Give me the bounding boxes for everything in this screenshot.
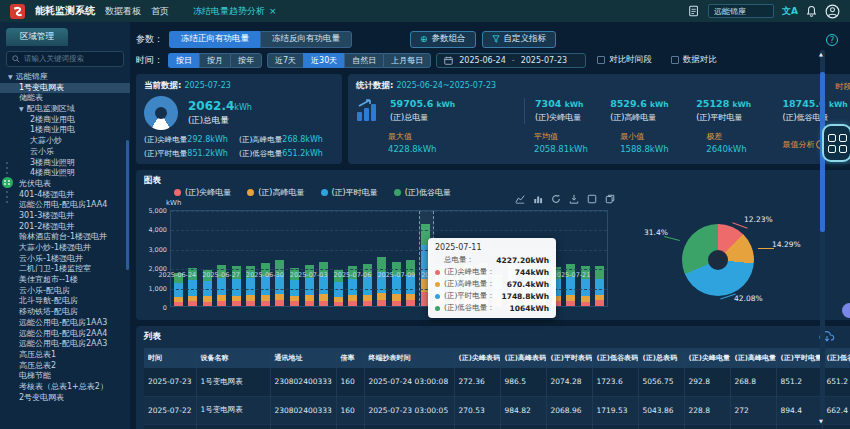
tree-item[interactable]: 大蒜小炒 <box>0 136 130 147</box>
tree-item[interactable]: 远能公用电-配电房2AA3 <box>0 339 130 350</box>
refresh-icon[interactable] <box>551 194 561 204</box>
scroll-up-icon[interactable]: ▲ <box>819 51 823 57</box>
bar-chart-icon[interactable] <box>533 194 543 204</box>
donut-chart[interactable] <box>682 224 754 296</box>
user-avatar-icon[interactable] <box>825 4 840 19</box>
bar-2025-07-22[interactable] <box>578 211 593 306</box>
bar-2025-06-27[interactable] <box>215 211 230 306</box>
bar-2025-07-21[interactable] <box>563 211 578 306</box>
bar-2025-07-07[interactable] <box>360 211 375 306</box>
tree-item[interactable]: 电梯节能 <box>0 371 130 382</box>
tree-item[interactable]: 高压总表1 <box>0 350 130 361</box>
bar-2025-07-02[interactable] <box>287 211 302 306</box>
bar-2025-07-08[interactable] <box>374 211 389 306</box>
tree-item[interactable]: 储能表 <box>0 93 130 104</box>
tree-item[interactable]: 401-4楼强电井 <box>0 190 130 201</box>
table-row[interactable] <box>144 424 850 429</box>
tree-item[interactable]: 北斗导航-配电房 <box>0 296 130 307</box>
bell-icon[interactable] <box>806 5 817 17</box>
range-button[interactable]: 上月每日 <box>383 53 431 68</box>
tree-item[interactable]: 远能公用电-配电房1AA3 <box>0 318 130 329</box>
table-row[interactable]: 2025-07-221号变电网表2308024003331602025-07-2… <box>144 396 850 424</box>
bar-2025-07-23[interactable] <box>592 211 607 306</box>
legend-item[interactable]: (正)低谷电量 <box>394 187 451 198</box>
period-info-link[interactable]: 时段信息 <box>836 81 850 92</box>
tree-item[interactable]: ▼配电监测区域 <box>0 104 130 115</box>
granularity-button[interactable]: 按日 <box>168 53 199 68</box>
nav-dashboard[interactable]: 数据看板 <box>105 5 141 18</box>
bar-2025-06-30[interactable] <box>258 211 273 306</box>
tree-item[interactable]: 美佳宜超市--1楼 <box>0 275 130 286</box>
tree-item[interactable]: 云小乐 <box>0 147 130 158</box>
zoom-box-icon[interactable] <box>587 194 597 204</box>
bar-2025-06-25[interactable] <box>186 211 201 306</box>
tree-item[interactable]: 3楼商业照明 <box>0 158 130 169</box>
bar-2025-07-05[interactable] <box>331 211 346 306</box>
granularity-button[interactable]: 按年 <box>230 53 262 68</box>
bar-2025-06-29[interactable] <box>244 211 259 306</box>
tab-region-management[interactable]: 区域管理 <box>6 28 68 46</box>
tree-item[interactable]: 远能公用电-配电房2AA4 <box>0 329 130 340</box>
table-row[interactable]: 2025-07-231号变电网表2308024003331602025-07-2… <box>144 368 850 396</box>
tree-item[interactable]: 2楼商业用电 <box>0 115 130 126</box>
bar-2025-07-04[interactable] <box>316 211 331 306</box>
date-range-input[interactable]: 2025-06-24 - 2025-07-23 <box>436 53 586 68</box>
tab-close-icon[interactable]: × <box>269 6 277 16</box>
tree-item[interactable]: 考核表（总表1+总表2） <box>0 382 130 393</box>
restore-box-icon[interactable] <box>605 194 615 204</box>
scroll-down-icon[interactable]: ▼ <box>819 418 823 424</box>
nav-home[interactable]: 首页 <box>151 5 169 18</box>
custom-indicator-button[interactable]: 自定义指标 <box>482 31 557 48</box>
org-select[interactable]: 远能锦座 <box>708 4 774 18</box>
legend-item[interactable]: (正)高峰电量 <box>247 187 304 198</box>
bar-2025-06-24[interactable] <box>171 211 186 306</box>
tree-item[interactable]: 4楼商业照明 <box>0 168 130 179</box>
bar-2025-07-03[interactable] <box>302 211 317 306</box>
range-button[interactable]: 近30天 <box>303 53 344 68</box>
compare-period-checkbox[interactable]: 对比时间段 <box>597 54 652 66</box>
tab-frozen-power-trend[interactable]: 冻结电量趋势分析 × <box>193 5 277 18</box>
param-button[interactable]: 冻结反向有功电量 <box>260 31 352 48</box>
tree-item[interactable]: 1号变电网表 <box>0 83 130 94</box>
legend-item[interactable]: (正)平时电量 <box>321 187 378 198</box>
line-chart-icon[interactable] <box>515 194 525 204</box>
tree-item[interactable]: 2号变电网表 <box>0 393 130 404</box>
tree-item[interactable]: 高压总表2 <box>0 361 130 372</box>
translate-icon[interactable]: 文A <box>782 5 798 18</box>
legend-item[interactable]: (正)尖峰电量 <box>174 187 231 198</box>
bar-2025-06-28[interactable] <box>229 211 244 306</box>
search-input[interactable]: 请输入关键词搜索 <box>6 51 124 67</box>
help-button[interactable]: ? <box>826 34 838 46</box>
page-scrollbar[interactable]: ▲ ▼ <box>820 50 825 425</box>
sidebar-toggle-button[interactable] <box>2 177 13 188</box>
tree-item[interactable]: 二机门卫-1楼监控室 <box>0 264 130 275</box>
tree-item[interactable]: 云小乐-配电房 <box>0 286 130 297</box>
report-icon[interactable] <box>688 5 700 17</box>
param-button[interactable]: 冻结正向有功电量 <box>169 31 260 48</box>
tree-item[interactable]: 201-2楼强电井 <box>0 222 130 233</box>
tree-item[interactable]: 远能公用电-配电房1AA4 <box>0 200 130 211</box>
tree-item[interactable]: 移动铁塔-配电房 <box>0 307 130 318</box>
range-button[interactable]: 自然日 <box>344 53 383 68</box>
download-icon[interactable] <box>569 194 579 204</box>
range-button[interactable]: 近7天 <box>267 53 303 68</box>
granularity-button[interactable]: 按月 <box>199 53 230 68</box>
param-combo-button[interactable]: ⊕ 参数组合 <box>410 31 476 48</box>
quick-apps-button[interactable] <box>822 124 850 162</box>
floating-badge[interactable] <box>842 303 850 318</box>
bar-2025-07-01[interactable] <box>273 211 288 306</box>
tree-item[interactable]: 大蒜小炒-1楼强电井 <box>0 243 130 254</box>
bar-2025-06-26[interactable] <box>200 211 215 306</box>
tree-item[interactable]: 云小乐-1楼强电井 <box>0 254 130 265</box>
tree-item[interactable]: 301-3楼强电井 <box>0 211 130 222</box>
sidebar-collapse-handle[interactable] <box>2 162 12 203</box>
bar-2025-07-09[interactable] <box>389 211 404 306</box>
tree-item[interactable]: ▼远能锦座 <box>0 72 130 83</box>
tree-item[interactable]: 翰林酒店前台-1楼强电井 <box>0 232 130 243</box>
tree-item[interactable]: 光伏电表 <box>0 179 130 190</box>
tree-item[interactable]: 1楼商业用电 <box>0 125 130 136</box>
data-compare-checkbox[interactable]: 数据对比 <box>671 54 717 66</box>
bar-2025-07-06[interactable] <box>345 211 360 306</box>
bar-2025-07-10[interactable] <box>404 211 419 306</box>
sidebar-scrollbar[interactable] <box>126 140 129 270</box>
